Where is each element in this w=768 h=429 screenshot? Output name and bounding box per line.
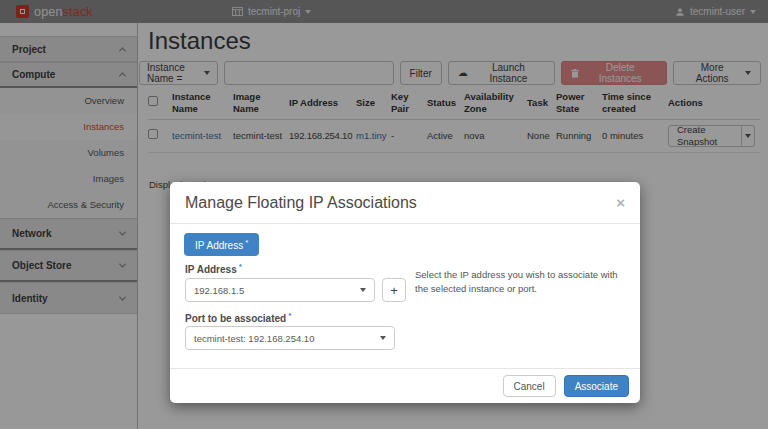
tab-ip-address[interactable]: IP Address* xyxy=(184,233,259,256)
required-asterisk: * xyxy=(239,262,242,271)
modal-title: Manage Floating IP Associations xyxy=(185,194,417,212)
port-field-label: Port to be associated* xyxy=(185,311,291,324)
port-select[interactable]: tecmint-test: 192.168.254.10 xyxy=(185,326,395,350)
close-icon[interactable]: × xyxy=(616,195,625,210)
associate-button[interactable]: Associate xyxy=(564,375,629,397)
ip-address-select-value: 192.168.1.5 xyxy=(194,285,244,296)
add-ip-button[interactable]: + xyxy=(382,278,406,302)
ip-address-field-row: 192.168.1.5 + xyxy=(185,278,406,302)
cancel-button[interactable]: Cancel xyxy=(503,375,556,397)
modal-help-text: Select the IP address you wish to associ… xyxy=(415,268,629,296)
tab-ip-address-label: IP Address xyxy=(195,240,243,251)
modal-header: Manage Floating IP Associations × xyxy=(170,182,640,224)
caret-down-icon xyxy=(360,288,366,292)
ip-address-field-label: IP Address* xyxy=(185,262,242,275)
modal-footer: Cancel Associate xyxy=(170,368,640,403)
caret-down-icon xyxy=(380,336,386,340)
horizon-dashboard: openstack tecmint-proj tecmint-user Proj… xyxy=(0,0,768,429)
ip-address-select[interactable]: 192.168.1.5 xyxy=(185,278,375,302)
required-asterisk: * xyxy=(288,311,291,320)
manage-floating-ip-modal: Manage Floating IP Associations × IP Add… xyxy=(170,182,640,403)
required-asterisk: * xyxy=(245,238,248,247)
modal-body: IP Address* IP Address* 192.168.1.5 + Se… xyxy=(170,224,640,368)
port-select-value: tecmint-test: 192.168.254.10 xyxy=(194,333,314,344)
